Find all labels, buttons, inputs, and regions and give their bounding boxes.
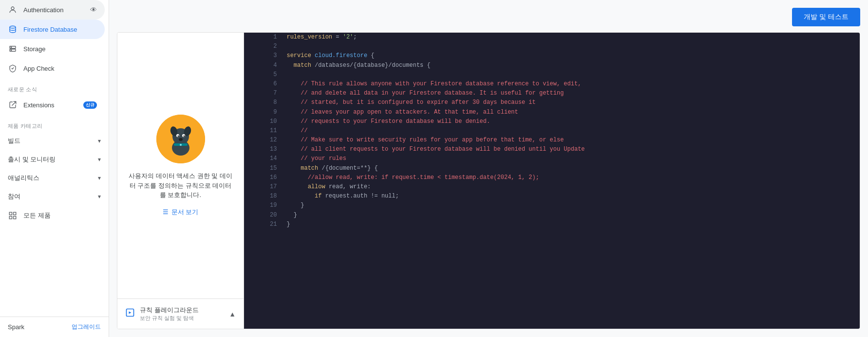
table-row: 1 rules_version = '2';	[244, 33, 860, 42]
table-row: 4 match /databases/{database}/documents …	[244, 61, 860, 70]
sidebar: Authentication 👁 Firestore Database	[0, 0, 109, 337]
doc-link[interactable]: ☰ 문서 보기	[163, 208, 199, 217]
sidebar-item-authentication[interactable]: Authentication 👁	[0, 0, 105, 20]
extensions-label: Extensions	[23, 101, 75, 109]
table-row: 6 // This rule allows anyone with your F…	[244, 79, 860, 89]
table-row: 20 }	[244, 211, 860, 220]
appcheck-icon	[8, 63, 18, 73]
firestore-icon	[8, 24, 18, 34]
playground-icon	[125, 308, 135, 320]
table-row: 11 //	[244, 126, 860, 136]
table-row: 5	[244, 70, 860, 79]
table-row: 2	[244, 42, 860, 51]
plan-label: Spark	[8, 323, 24, 331]
sidebar-item-release[interactable]: 출시 및 모니터링 ▾	[0, 150, 109, 169]
sidebar-item-storage[interactable]: Storage	[0, 39, 105, 59]
doc-link-icon: ☰	[163, 208, 169, 216]
svg-point-21	[180, 144, 182, 146]
eye-icon: 👁	[90, 6, 97, 14]
svg-point-4	[11, 47, 12, 48]
extensions-badge: 신규	[83, 101, 97, 109]
authentication-label: Authentication	[23, 6, 84, 14]
top-bar: 개발 및 테스트	[117, 8, 860, 26]
section-categories: 제품 카테고리	[0, 115, 109, 132]
sidebar-item-engage[interactable]: 참여 ▾	[0, 187, 109, 206]
table-row: 8 // started, but it is configured to ex…	[244, 98, 860, 107]
sidebar-bottom: Spark 업그레이드	[0, 317, 109, 337]
content-area: 사용자의 데이터 액세스 권한 및 데이터 구조를 정의하는 규칙으로 데이터를…	[117, 32, 860, 329]
release-chevron: ▾	[98, 156, 101, 163]
svg-point-5	[11, 50, 12, 51]
engage-label: 참여	[8, 192, 20, 201]
extensions-icon	[8, 100, 18, 110]
playground-chevron-icon: ▲	[229, 310, 236, 318]
dog-avatar	[156, 115, 205, 163]
svg-point-0	[11, 7, 14, 10]
main-content: 개발 및 테스트	[109, 0, 868, 337]
sidebar-item-firestore[interactable]: Firestore Database	[0, 20, 105, 39]
table-row: 14 // your rules	[244, 154, 860, 163]
svg-rect-8	[9, 217, 12, 219]
table-row: 16 //allow read, write: if request.time …	[244, 173, 860, 182]
svg-point-19	[179, 138, 183, 141]
authentication-icon	[8, 5, 18, 15]
table-row: 9 // leaves your app open to attackers. …	[244, 108, 860, 117]
table-row: 15 match /{document=**} {	[244, 164, 860, 173]
playground-section[interactable]: 규칙 플레이그라운드 보안 규칙 실험 및 탐색 ▲	[117, 298, 244, 329]
dev-test-button[interactable]: 개발 및 테스트	[792, 8, 860, 26]
storage-icon	[8, 44, 18, 54]
svg-rect-6	[9, 212, 12, 215]
firestore-label: Firestore Database	[23, 26, 97, 33]
table-row: 10 // requests to your Firestore databas…	[244, 117, 860, 126]
sidebar-item-appcheck[interactable]: App Check	[0, 59, 105, 78]
table-row: 12 // Make sure to write security rules …	[244, 136, 860, 145]
dog-section: 사용자의 데이터 액세스 권한 및 데이터 구조를 정의하는 규칙으로 데이터를…	[117, 33, 244, 298]
section-new: 새로운 소식	[0, 78, 109, 95]
table-row: 17 allow read, write:	[244, 182, 860, 192]
analytics-chevron: ▾	[98, 175, 101, 181]
dog-description: 사용자의 데이터 액세스 권한 및 데이터 구조를 정의하는 규칙으로 데이터를…	[127, 171, 234, 200]
sidebar-item-all-products[interactable]: 모든 제품	[0, 206, 109, 225]
sidebar-item-extensions[interactable]: Extensions 신규	[0, 95, 105, 115]
engage-chevron: ▾	[98, 193, 101, 200]
sidebar-nav: Authentication 👁 Firestore Database	[0, 0, 109, 317]
release-label: 출시 및 모니터링	[8, 155, 56, 164]
storage-label: Storage	[23, 45, 97, 53]
sidebar-item-analytics[interactable]: 애널리틱스 ▾	[0, 169, 109, 187]
build-label: 빌드	[8, 137, 20, 145]
svg-point-18	[183, 136, 185, 137]
code-table: 1 rules_version = '2'; 2 3 service cloud…	[244, 33, 860, 229]
table-row: 19 }	[244, 201, 860, 210]
playground-text: 규칙 플레이그라운드 보안 규칙 실험 및 탐색	[140, 306, 224, 322]
grid-icon	[8, 211, 18, 220]
svg-rect-9	[14, 217, 16, 219]
table-row: 7 // and delete all data in your Firesto…	[244, 89, 860, 98]
build-chevron: ▾	[98, 138, 101, 144]
all-products-label: 모든 제품	[23, 211, 51, 220]
upgrade-link[interactable]: 업그레이드	[72, 323, 101, 331]
code-panel: 1 rules_version = '2'; 2 3 service cloud…	[244, 33, 860, 329]
analytics-label: 애널리틱스	[8, 174, 39, 182]
table-row: 21 }	[244, 220, 860, 229]
table-row: 18 if request.auth != null;	[244, 192, 860, 201]
table-row: 3 service cloud.firestore {	[244, 51, 860, 60]
left-panel: 사용자의 데이터 액세스 권한 및 데이터 구조를 정의하는 규칙으로 데이터를…	[117, 33, 244, 329]
svg-point-1	[10, 26, 16, 28]
playground-subtitle: 보안 규칙 실험 및 탐색	[140, 315, 224, 322]
doc-link-label: 문서 보기	[171, 208, 199, 217]
svg-rect-7	[14, 212, 16, 215]
appcheck-label: App Check	[23, 65, 97, 72]
sidebar-item-build[interactable]: 빌드 ▾	[0, 132, 109, 150]
table-row: 13 // all client requests to your Firest…	[244, 145, 860, 154]
svg-point-17	[177, 136, 179, 137]
playground-title: 규칙 플레이그라운드	[140, 306, 224, 315]
